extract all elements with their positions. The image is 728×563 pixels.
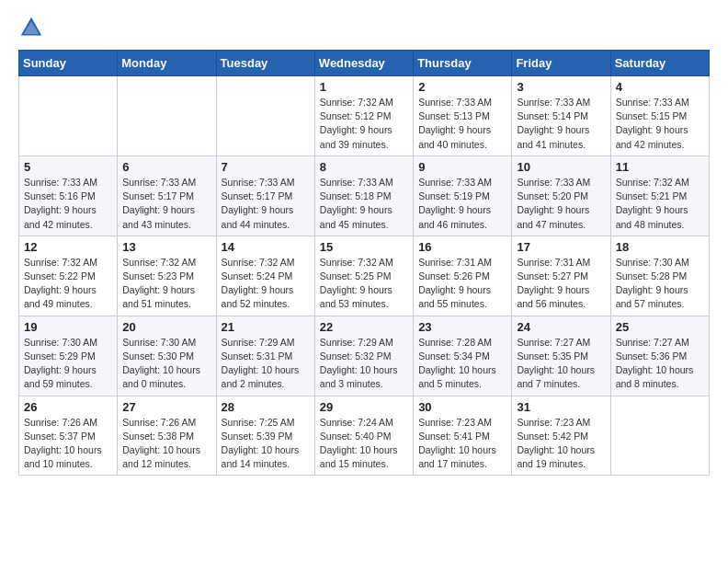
calendar-cell: 5Sunrise: 7:33 AM Sunset: 5:16 PM Daylig… bbox=[19, 155, 118, 236]
day-header-row: SundayMondayTuesdayWednesdayThursdayFrid… bbox=[19, 51, 710, 76]
calendar-cell: 19Sunrise: 7:30 AM Sunset: 5:29 PM Dayli… bbox=[19, 316, 118, 396]
day-number: 5 bbox=[24, 160, 112, 174]
day-info: Sunrise: 7:31 AM Sunset: 5:26 PM Dayligh… bbox=[418, 257, 492, 310]
day-number: 18 bbox=[616, 240, 704, 254]
day-info: Sunrise: 7:32 AM Sunset: 5:24 PM Dayligh… bbox=[222, 257, 295, 310]
day-info: Sunrise: 7:27 AM Sunset: 5:35 PM Dayligh… bbox=[517, 337, 595, 390]
calendar-cell: 21Sunrise: 7:29 AM Sunset: 5:31 PM Dayli… bbox=[216, 316, 314, 396]
calendar-cell: 18Sunrise: 7:30 AM Sunset: 5:28 PM Dayli… bbox=[610, 236, 709, 316]
day-info: Sunrise: 7:32 AM Sunset: 5:12 PM Dayligh… bbox=[320, 97, 393, 150]
day-info: Sunrise: 7:30 AM Sunset: 5:30 PM Dayligh… bbox=[122, 337, 200, 390]
calendar-cell: 6Sunrise: 7:33 AM Sunset: 5:17 PM Daylig… bbox=[118, 155, 216, 236]
day-info: Sunrise: 7:31 AM Sunset: 5:27 PM Dayligh… bbox=[517, 257, 590, 310]
day-number: 15 bbox=[320, 240, 408, 254]
day-info: Sunrise: 7:29 AM Sunset: 5:32 PM Dayligh… bbox=[320, 337, 398, 390]
day-info: Sunrise: 7:26 AM Sunset: 5:37 PM Dayligh… bbox=[24, 417, 102, 470]
day-number: 30 bbox=[418, 400, 506, 414]
calendar-cell: 31Sunrise: 7:23 AM Sunset: 5:42 PM Dayli… bbox=[512, 396, 610, 476]
day-info: Sunrise: 7:23 AM Sunset: 5:42 PM Dayligh… bbox=[517, 417, 595, 470]
day-info: Sunrise: 7:32 AM Sunset: 5:25 PM Dayligh… bbox=[320, 257, 393, 310]
day-info: Sunrise: 7:30 AM Sunset: 5:28 PM Dayligh… bbox=[616, 257, 689, 310]
calendar-cell: 4Sunrise: 7:33 AM Sunset: 5:15 PM Daylig… bbox=[610, 76, 709, 156]
calendar-header: SundayMondayTuesdayWednesdayThursdayFrid… bbox=[19, 51, 710, 76]
day-info: Sunrise: 7:25 AM Sunset: 5:39 PM Dayligh… bbox=[222, 417, 300, 470]
day-number: 29 bbox=[320, 400, 408, 414]
calendar-cell: 7Sunrise: 7:33 AM Sunset: 5:17 PM Daylig… bbox=[216, 155, 314, 236]
calendar-cell: 24Sunrise: 7:27 AM Sunset: 5:35 PM Dayli… bbox=[512, 316, 610, 396]
day-info: Sunrise: 7:24 AM Sunset: 5:40 PM Dayligh… bbox=[320, 417, 398, 470]
calendar-week-4: 19Sunrise: 7:30 AM Sunset: 5:29 PM Dayli… bbox=[19, 316, 710, 396]
calendar-cell: 14Sunrise: 7:32 AM Sunset: 5:24 PM Dayli… bbox=[216, 236, 314, 316]
day-info: Sunrise: 7:33 AM Sunset: 5:18 PM Dayligh… bbox=[320, 177, 393, 230]
day-number: 11 bbox=[616, 160, 704, 174]
day-number: 26 bbox=[24, 400, 112, 414]
calendar-week-1: 1Sunrise: 7:32 AM Sunset: 5:12 PM Daylig… bbox=[19, 76, 710, 156]
day-info: Sunrise: 7:29 AM Sunset: 5:31 PM Dayligh… bbox=[222, 337, 300, 390]
calendar-cell: 10Sunrise: 7:33 AM Sunset: 5:20 PM Dayli… bbox=[512, 155, 610, 236]
page: SundayMondayTuesdayWednesdayThursdayFrid… bbox=[0, 0, 728, 490]
day-number: 9 bbox=[418, 160, 506, 174]
day-number: 31 bbox=[517, 400, 605, 414]
day-number: 7 bbox=[222, 160, 310, 174]
day-number: 23 bbox=[418, 320, 506, 334]
day-info: Sunrise: 7:33 AM Sunset: 5:15 PM Dayligh… bbox=[616, 97, 689, 150]
calendar-cell: 26Sunrise: 7:26 AM Sunset: 5:37 PM Dayli… bbox=[19, 396, 118, 476]
calendar-cell: 27Sunrise: 7:26 AM Sunset: 5:38 PM Dayli… bbox=[118, 396, 216, 476]
calendar-cell: 12Sunrise: 7:32 AM Sunset: 5:22 PM Dayli… bbox=[19, 236, 118, 316]
day-info: Sunrise: 7:27 AM Sunset: 5:36 PM Dayligh… bbox=[616, 337, 694, 390]
day-of-week-monday: Monday bbox=[118, 51, 216, 76]
day-of-week-thursday: Thursday bbox=[414, 51, 512, 76]
calendar-week-3: 12Sunrise: 7:32 AM Sunset: 5:22 PM Dayli… bbox=[19, 236, 710, 316]
calendar-cell: 11Sunrise: 7:32 AM Sunset: 5:21 PM Dayli… bbox=[610, 155, 709, 236]
logo-icon bbox=[18, 15, 44, 40]
calendar-cell bbox=[216, 76, 314, 156]
day-of-week-saturday: Saturday bbox=[610, 51, 709, 76]
day-info: Sunrise: 7:26 AM Sunset: 5:38 PM Dayligh… bbox=[122, 417, 200, 470]
day-number: 28 bbox=[222, 400, 310, 414]
day-number: 13 bbox=[122, 240, 210, 254]
logo bbox=[18, 15, 48, 40]
calendar-cell: 2Sunrise: 7:33 AM Sunset: 5:13 PM Daylig… bbox=[414, 76, 512, 156]
day-info: Sunrise: 7:32 AM Sunset: 5:21 PM Dayligh… bbox=[616, 177, 689, 230]
day-of-week-tuesday: Tuesday bbox=[216, 51, 314, 76]
calendar-cell: 15Sunrise: 7:32 AM Sunset: 5:25 PM Dayli… bbox=[314, 236, 413, 316]
day-info: Sunrise: 7:23 AM Sunset: 5:41 PM Dayligh… bbox=[418, 417, 496, 470]
calendar-cell: 9Sunrise: 7:33 AM Sunset: 5:19 PM Daylig… bbox=[414, 155, 512, 236]
calendar-cell: 22Sunrise: 7:29 AM Sunset: 5:32 PM Dayli… bbox=[314, 316, 413, 396]
day-info: Sunrise: 7:33 AM Sunset: 5:20 PM Dayligh… bbox=[517, 177, 590, 230]
day-number: 10 bbox=[517, 160, 605, 174]
day-info: Sunrise: 7:28 AM Sunset: 5:34 PM Dayligh… bbox=[418, 337, 496, 390]
calendar-cell bbox=[610, 396, 709, 476]
day-info: Sunrise: 7:32 AM Sunset: 5:22 PM Dayligh… bbox=[24, 257, 97, 310]
calendar-cell: 30Sunrise: 7:23 AM Sunset: 5:41 PM Dayli… bbox=[414, 396, 512, 476]
calendar-cell: 25Sunrise: 7:27 AM Sunset: 5:36 PM Dayli… bbox=[610, 316, 709, 396]
calendar-cell bbox=[118, 76, 216, 156]
calendar: SundayMondayTuesdayWednesdayThursdayFrid… bbox=[18, 50, 710, 476]
day-info: Sunrise: 7:32 AM Sunset: 5:23 PM Dayligh… bbox=[122, 257, 196, 310]
day-of-week-sunday: Sunday bbox=[19, 51, 118, 76]
header bbox=[18, 15, 710, 40]
calendar-cell: 17Sunrise: 7:31 AM Sunset: 5:27 PM Dayli… bbox=[512, 236, 610, 316]
day-number: 1 bbox=[320, 80, 408, 94]
day-of-week-friday: Friday bbox=[512, 51, 610, 76]
day-number: 4 bbox=[616, 80, 704, 94]
day-info: Sunrise: 7:30 AM Sunset: 5:29 PM Dayligh… bbox=[24, 337, 97, 390]
day-of-week-wednesday: Wednesday bbox=[314, 51, 413, 76]
day-number: 21 bbox=[222, 320, 310, 334]
day-number: 25 bbox=[616, 320, 704, 334]
calendar-cell: 13Sunrise: 7:32 AM Sunset: 5:23 PM Dayli… bbox=[118, 236, 216, 316]
day-number: 24 bbox=[517, 320, 605, 334]
calendar-cell: 28Sunrise: 7:25 AM Sunset: 5:39 PM Dayli… bbox=[216, 396, 314, 476]
day-number: 19 bbox=[24, 320, 112, 334]
day-info: Sunrise: 7:33 AM Sunset: 5:16 PM Dayligh… bbox=[24, 177, 97, 230]
calendar-cell: 23Sunrise: 7:28 AM Sunset: 5:34 PM Dayli… bbox=[414, 316, 512, 396]
calendar-cell: 20Sunrise: 7:30 AM Sunset: 5:30 PM Dayli… bbox=[118, 316, 216, 396]
day-number: 20 bbox=[122, 320, 210, 334]
day-info: Sunrise: 7:33 AM Sunset: 5:13 PM Dayligh… bbox=[418, 97, 492, 150]
calendar-cell: 16Sunrise: 7:31 AM Sunset: 5:26 PM Dayli… bbox=[414, 236, 512, 316]
day-info: Sunrise: 7:33 AM Sunset: 5:17 PM Dayligh… bbox=[122, 177, 196, 230]
calendar-week-2: 5Sunrise: 7:33 AM Sunset: 5:16 PM Daylig… bbox=[19, 155, 710, 236]
day-info: Sunrise: 7:33 AM Sunset: 5:17 PM Dayligh… bbox=[222, 177, 295, 230]
day-number: 22 bbox=[320, 320, 408, 334]
calendar-cell: 3Sunrise: 7:33 AM Sunset: 5:14 PM Daylig… bbox=[512, 76, 610, 156]
